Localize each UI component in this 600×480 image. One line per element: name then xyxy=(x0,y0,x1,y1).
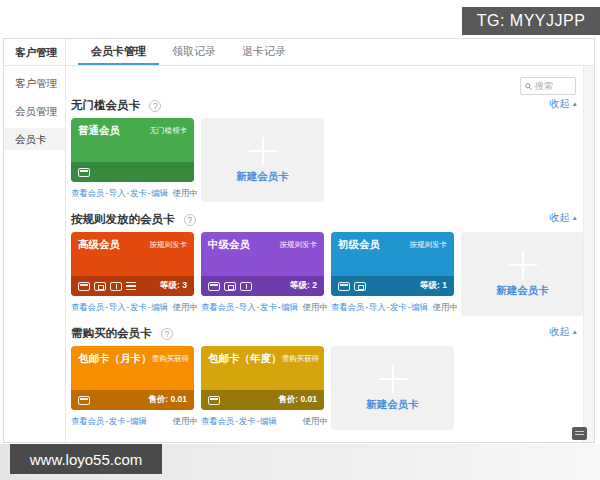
sidebar-item-member-card[interactable]: 会员卡 xyxy=(4,128,65,150)
card-meta-value: 等级: 1 xyxy=(420,280,447,292)
member-card-unit: 初级会员 按规则发卡 等级: 1 查看会员-导入-发卡-编辑 使用中 xyxy=(331,232,454,313)
card-icon xyxy=(208,282,220,291)
card-feature-icons xyxy=(78,396,90,405)
link-separator: - xyxy=(256,416,259,426)
card-icon xyxy=(338,282,350,291)
sections-container: 无门槛会员卡 ? 收起 ▲ 普通会员 无门槛领卡 查看会员-导入-发卡-编辑 使… xyxy=(71,96,594,430)
cards-row: 高级会员 按规则发卡 等级: 3 查看会员-导入-发卡-编辑 使用中 中级会员 … xyxy=(71,232,594,316)
collapse-link[interactable]: 收起 ▲ xyxy=(550,325,578,339)
card-action-link[interactable]: 编辑 xyxy=(151,302,168,312)
collapse-link[interactable]: 收起 ▲ xyxy=(550,97,578,111)
help-icon[interactable]: ? xyxy=(149,100,161,112)
card-header: 中级会员 按规则发卡 xyxy=(201,232,324,276)
member-card[interactable]: 高级会员 按规则发卡 等级: 3 xyxy=(71,232,194,296)
card-status: 使用中 xyxy=(173,415,199,427)
card-feature-icons xyxy=(208,396,220,405)
card-actions-row: 查看会员-导入-发卡-编辑 使用中 xyxy=(71,187,198,199)
card-action-links: 查看会员-发卡-编辑 xyxy=(201,415,277,427)
member-card[interactable]: 初级会员 按规则发卡 等级: 1 xyxy=(331,232,454,296)
sidebar-item-customer-management[interactable]: 客户管理 xyxy=(4,72,65,94)
card-action-link[interactable]: 编辑 xyxy=(411,302,428,312)
card-title: 普通会员 xyxy=(78,124,120,162)
card-icon xyxy=(78,168,90,177)
link-separator: - xyxy=(235,302,238,312)
tab-claim-records[interactable]: 领取记录 xyxy=(159,39,229,65)
card-action-link[interactable]: 查看会员 xyxy=(201,302,234,312)
section-title-group: 需购买的会员卡 ? xyxy=(71,323,173,341)
collapse-link[interactable]: 收起 ▲ xyxy=(550,211,578,225)
card-status: 使用中 xyxy=(303,301,329,313)
card-action-link[interactable]: 编辑 xyxy=(151,188,168,198)
new-card-tile[interactable]: 新建会员卡 xyxy=(461,232,584,316)
card-header: 包邮卡（月卡） 需购买获得 xyxy=(71,346,194,390)
card-action-link[interactable]: 导入 xyxy=(109,302,126,312)
card-action-link[interactable]: 编辑 xyxy=(130,416,147,426)
sidebar-item-member-management[interactable]: 会员管理 xyxy=(4,100,65,122)
help-icon[interactable]: ? xyxy=(161,328,173,340)
list-icon xyxy=(126,282,136,290)
card-status: 使用中 xyxy=(303,415,329,427)
card-action-link[interactable]: 发卡 xyxy=(260,302,277,312)
card-meta-value: 售价: 0.01 xyxy=(278,394,317,406)
card-status: 使用中 xyxy=(433,301,459,313)
plus-icon xyxy=(379,365,407,393)
card-action-link[interactable]: 编辑 xyxy=(281,302,298,312)
card-title: 高级会员 xyxy=(78,238,120,276)
card-footer-strip: 等级: 2 xyxy=(201,276,324,296)
card-action-link[interactable]: 查看会员 xyxy=(71,188,104,198)
member-card[interactable]: 普通会员 无门槛领卡 xyxy=(71,118,194,182)
section-title: 按规则发放的会员卡 xyxy=(71,213,175,225)
card-footer-strip: 等级: 3 xyxy=(71,276,194,296)
card-action-link[interactable]: 发卡 xyxy=(130,302,147,312)
link-separator: - xyxy=(105,416,108,426)
card-action-link[interactable]: 查看会员 xyxy=(71,416,104,426)
coupon-icon xyxy=(110,282,122,291)
member-card-unit: 包邮卡（月卡） 需购买获得 售价: 0.01 查看会员-发卡-编辑 使用中 xyxy=(71,346,194,427)
card-feature-icons xyxy=(78,168,90,177)
card-action-link[interactable]: 导入 xyxy=(109,188,126,198)
search-input[interactable] xyxy=(535,81,571,91)
member-card[interactable]: 包邮卡（年度） 需购买获得 售价: 0.01 xyxy=(201,346,324,410)
card-action-link[interactable]: 发卡 xyxy=(239,416,256,426)
link-separator: - xyxy=(126,302,129,312)
link-separator: - xyxy=(126,416,129,426)
card-feature-icons xyxy=(208,282,252,291)
member-card-unit: 普通会员 无门槛领卡 查看会员-导入-发卡-编辑 使用中 xyxy=(71,118,194,199)
card-footer-strip: 售价: 0.01 xyxy=(71,390,194,410)
link-separator: - xyxy=(278,302,281,312)
link-separator: - xyxy=(148,188,151,198)
tab-member-card-management[interactable]: 会员卡管理 xyxy=(78,39,159,65)
card-action-link[interactable]: 发卡 xyxy=(390,302,407,312)
card-action-link[interactable]: 查看会员 xyxy=(331,302,364,312)
scrollbar-track[interactable] xyxy=(583,66,594,442)
card-title: 初级会员 xyxy=(338,238,380,276)
tab-card-return-records[interactable]: 退卡记录 xyxy=(229,39,299,65)
card-type-badge: 按规则发卡 xyxy=(150,240,188,276)
new-card-label: 新建会员卡 xyxy=(366,398,419,412)
card-action-link[interactable]: 发卡 xyxy=(130,188,147,198)
new-card-tile[interactable]: 新建会员卡 xyxy=(201,118,324,202)
section-title-group: 无门槛会员卡 ? xyxy=(71,95,161,113)
tg-overlay-badge: TG: MYYJJPP xyxy=(462,7,600,35)
card-icon xyxy=(208,396,220,405)
card-action-link[interactable]: 编辑 xyxy=(260,416,277,426)
card-header: 初级会员 按规则发卡 xyxy=(331,232,454,276)
link-separator: - xyxy=(256,302,259,312)
qrcode-icon xyxy=(354,282,366,291)
plus-icon xyxy=(509,251,537,279)
search-box[interactable] xyxy=(520,77,576,95)
collapse-label: 收起 xyxy=(550,211,570,225)
card-action-link[interactable]: 导入 xyxy=(369,302,386,312)
card-meta-value: 等级: 2 xyxy=(290,280,317,292)
card-action-link[interactable]: 查看会员 xyxy=(201,416,234,426)
card-meta-value: 等级: 3 xyxy=(160,280,187,292)
card-action-link[interactable]: 发卡 xyxy=(109,416,126,426)
card-action-link[interactable]: 导入 xyxy=(239,302,256,312)
card-actions-row: 查看会员-导入-发卡-编辑 使用中 xyxy=(201,301,328,313)
member-card[interactable]: 包邮卡（月卡） 需购买获得 售价: 0.01 xyxy=(71,346,194,410)
member-card[interactable]: 中级会员 按规则发卡 等级: 2 xyxy=(201,232,324,296)
feedback-widget-icon[interactable] xyxy=(572,427,587,440)
card-action-link[interactable]: 查看会员 xyxy=(71,302,104,312)
new-card-tile[interactable]: 新建会员卡 xyxy=(331,346,454,430)
help-icon[interactable]: ? xyxy=(184,214,196,226)
